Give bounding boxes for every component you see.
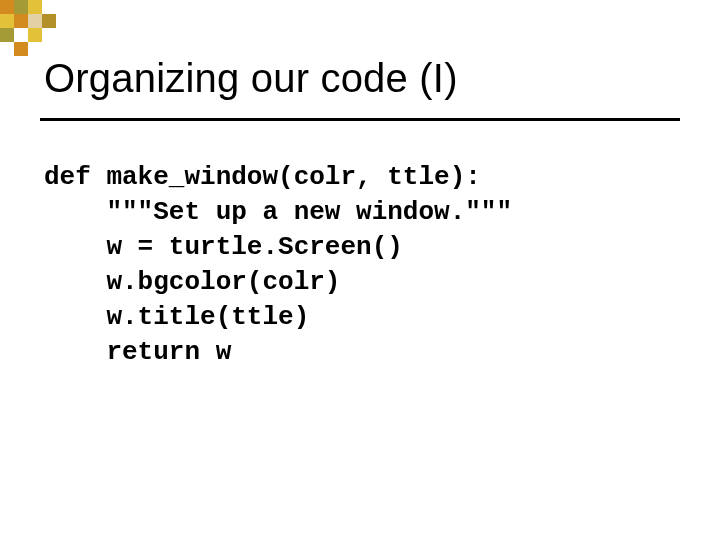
code-line: w = turtle.Screen()	[44, 232, 403, 262]
code-block: def make_window(colr, ttle): """Set up a…	[44, 160, 512, 371]
svg-rect-5	[28, 14, 42, 28]
svg-rect-7	[0, 28, 14, 42]
svg-rect-2	[28, 0, 42, 14]
code-line: """Set up a new window."""	[44, 197, 512, 227]
slide-title: Organizing our code (I)	[44, 56, 458, 100]
svg-rect-6	[42, 14, 56, 28]
corner-squares-icon	[0, 0, 60, 60]
svg-rect-3	[0, 14, 14, 28]
svg-rect-1	[14, 0, 28, 14]
code-line: return w	[44, 337, 231, 367]
svg-rect-4	[14, 14, 28, 28]
svg-rect-8	[28, 28, 42, 42]
code-line: w.title(ttle)	[44, 302, 309, 332]
slide: Organizing our code (I) def make_window(…	[0, 0, 720, 540]
svg-rect-0	[0, 0, 14, 14]
title-underline	[40, 118, 680, 121]
code-line: def make_window(colr, ttle):	[44, 162, 481, 192]
svg-rect-9	[14, 42, 28, 56]
code-line: w.bgcolor(colr)	[44, 267, 340, 297]
